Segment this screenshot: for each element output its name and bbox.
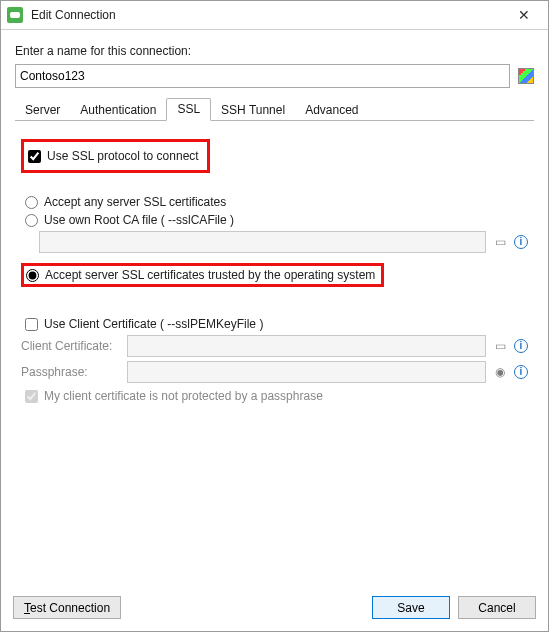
app-icon [7,7,23,23]
cancel-button[interactable]: Cancel [458,596,536,619]
passphrase-input [127,361,486,383]
close-button[interactable]: ✕ [506,2,542,28]
button-bar: Test Connection Save Cancel [1,586,548,631]
save-button[interactable]: Save [372,596,450,619]
os-trusted-option[interactable]: Accept server SSL certificates trusted b… [26,268,375,282]
window-title: Edit Connection [31,8,506,22]
passphrase-label: Passphrase: [21,365,121,379]
titlebar: Edit Connection ✕ [1,1,548,30]
not-protected-label: My client certificate is not protected b… [44,389,323,403]
tab-server[interactable]: Server [15,100,70,121]
accept-any-radio[interactable] [25,196,38,209]
passphrase-info-icon[interactable]: i [514,365,528,379]
use-ssl-checkbox[interactable] [28,150,41,163]
edit-connection-window: Edit Connection ✕ Enter a name for this … [0,0,549,632]
highlight-os-trusted: Accept server SSL certificates trusted b… [21,263,384,287]
name-prompt: Enter a name for this connection: [15,44,534,58]
dialog-content: Enter a name for this connection: Server… [1,30,548,586]
use-ssl-label: Use SSL protocol to connect [47,149,199,163]
color-picker-icon[interactable] [518,68,534,84]
use-own-ca-radio[interactable] [25,214,38,227]
client-cert-info-icon[interactable]: i [514,339,528,353]
client-cert-input [127,335,486,357]
tab-advanced[interactable]: Advanced [295,100,368,121]
browse-client-cert-icon[interactable]: ▭ [492,338,508,354]
ca-file-input [39,231,486,253]
connection-name-input[interactable] [15,64,510,88]
browse-ca-file-icon[interactable]: ▭ [492,234,508,250]
os-trusted-label: Accept server SSL certificates trusted b… [45,268,375,282]
test-connection-button[interactable]: Test Connection [13,596,121,619]
ssl-tab-body: Use SSL protocol to connect Accept any s… [15,121,534,586]
tab-ssl[interactable]: SSL [166,98,211,121]
use-client-cert-option[interactable]: Use Client Certificate ( --sslPEMKeyFile… [25,317,528,331]
accept-any-label: Accept any server SSL certificates [44,195,226,209]
not-protected-option: My client certificate is not protected b… [25,389,528,403]
show-passphrase-icon[interactable]: ◉ [492,364,508,380]
ca-file-info-icon[interactable]: i [514,235,528,249]
tabstrip: Server Authentication SSL SSH Tunnel Adv… [15,98,534,121]
accept-any-option[interactable]: Accept any server SSL certificates [25,195,528,209]
use-own-ca-option[interactable]: Use own Root CA file ( --sslCAFile ) [25,213,528,227]
not-protected-checkbox [25,390,38,403]
tab-ssh-tunnel[interactable]: SSH Tunnel [211,100,295,121]
client-cert-label: Client Certificate: [21,339,121,353]
use-client-cert-label: Use Client Certificate ( --sslPEMKeyFile… [44,317,263,331]
use-ssl-option[interactable]: Use SSL protocol to connect [28,149,199,163]
tab-authentication[interactable]: Authentication [70,100,166,121]
highlight-use-ssl: Use SSL protocol to connect [21,139,210,173]
use-own-ca-label: Use own Root CA file ( --sslCAFile ) [44,213,234,227]
use-client-cert-checkbox[interactable] [25,318,38,331]
os-trusted-radio[interactable] [26,269,39,282]
